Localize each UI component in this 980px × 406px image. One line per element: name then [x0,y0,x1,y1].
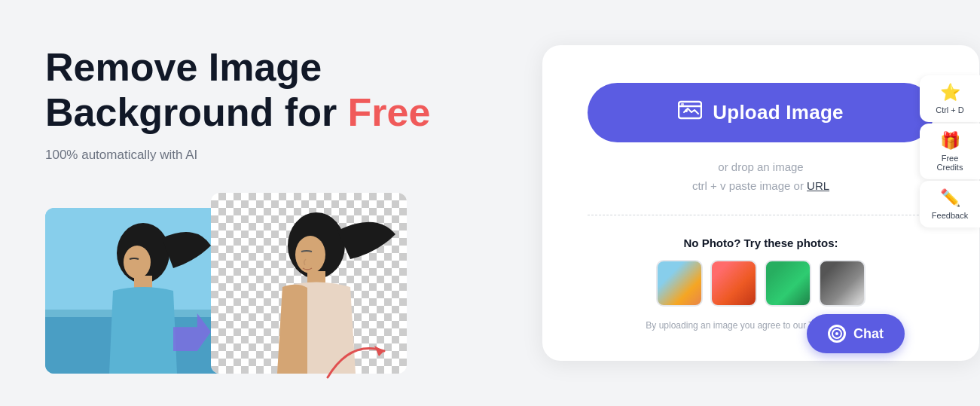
svg-point-15 [835,332,838,335]
star-icon: ⭐ [940,83,960,102]
upload-card: Upload Image or drop an image ctrl + v p… [542,45,979,361]
sample-photos-row [656,260,866,307]
sidebar-bookmark[interactable]: ⭐ Ctrl + D [920,75,980,122]
sample-photo-1[interactable] [656,260,703,307]
section-divider [588,215,934,215]
paste-text: ctrl + v paste image or URL [692,179,829,192]
title-line2: Background for [45,90,348,134]
sidebar-credits[interactable]: 🎁 Free Credits [920,124,980,179]
title-line1: Remove Image [45,45,322,89]
chat-label: Chat [853,326,884,342]
chat-bubble-icon [832,328,842,339]
upload-button-label: Upload Image [713,101,844,124]
svg-rect-12 [681,103,684,105]
sidebar-feedback[interactable]: ✏️ Feedback [920,181,980,227]
hero-title: Remove Image Background for Free [45,45,482,136]
demo-images [45,193,482,374]
right-panel: Upload Image or drop an image ctrl + v p… [512,0,980,406]
gift-icon: 🎁 [940,131,960,151]
chat-button[interactable]: Chat [807,314,905,353]
upload-image-icon [678,99,702,121]
title-free: Free [348,90,431,134]
url-link[interactable]: URL [807,179,829,192]
hero-subtitle: 100% automatically with AI [45,148,482,163]
paste-instruction: ctrl + v paste image or [692,179,807,192]
upload-icon [678,99,702,126]
left-panel: Remove Image Background for Free 100% au… [0,0,512,406]
svg-marker-10 [173,313,211,351]
svg-point-9 [295,236,325,273]
tos-prefix: By uploading an image you agree to our [646,320,808,331]
red-arrow [320,332,395,385]
svg-marker-6 [374,346,384,356]
drop-text: or drop an image [718,160,803,173]
purple-arrow-decoration [173,313,211,351]
upload-image-button[interactable]: Upload Image [588,83,934,142]
chat-icon [828,325,846,343]
sample-photo-3[interactable] [765,260,811,307]
svg-point-13 [685,109,688,112]
sidebar-bookmark-label: Ctrl + D [936,105,964,114]
sample-photo-2[interactable] [710,260,757,307]
floating-sidebar: ⭐ Ctrl + D 🎁 Free Credits ✏️ Feedback [920,75,980,227]
sidebar-credits-label: Free Credits [930,154,969,172]
try-photos-label: No Photo? Try these photos: [684,237,838,249]
sidebar-feedback-label: Feedback [932,211,968,220]
edit-icon: ✏️ [940,188,960,208]
svg-point-5 [124,246,151,279]
sample-photo-4[interactable] [819,260,866,307]
